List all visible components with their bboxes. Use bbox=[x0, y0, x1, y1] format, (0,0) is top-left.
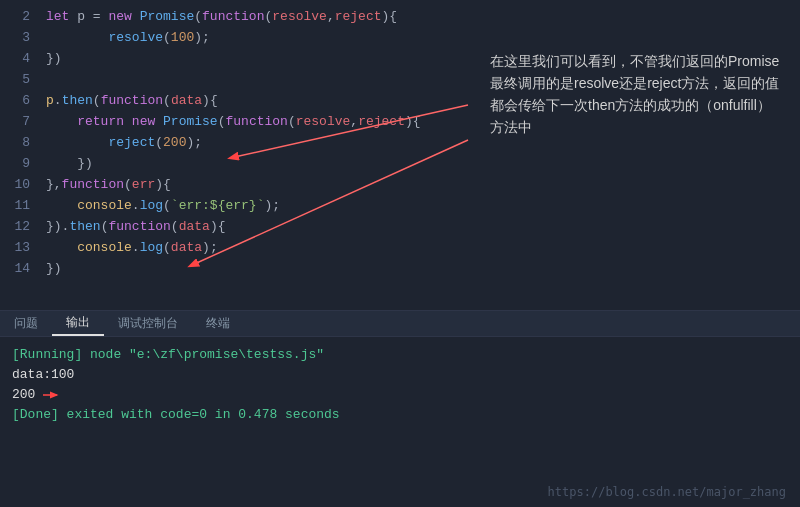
code-line: },function(err){ bbox=[38, 174, 800, 195]
code-line: }).then(function(data){ bbox=[38, 216, 800, 237]
code-line: console.log(`err:${err}`); bbox=[38, 195, 800, 216]
annotation-text: 在这里我们可以看到，不管我们返回的Promise最终调用的是resolve还是r… bbox=[490, 53, 779, 135]
editor-area: 2 3 4 5 6 7 8 9 10 11 12 13 14 let p = n… bbox=[0, 0, 800, 310]
code-line: let p = new Promise(function(resolve,rej… bbox=[38, 6, 800, 27]
terminal-line-2: data:100 bbox=[12, 365, 788, 385]
tab-output[interactable]: 输出 bbox=[52, 311, 104, 336]
red-arrow-icon bbox=[43, 390, 61, 400]
tab-terminal[interactable]: 终端 bbox=[192, 311, 244, 336]
annotation-box: 在这里我们可以看到，不管我们返回的Promise最终调用的是resolve还是r… bbox=[490, 50, 780, 138]
terminal-line-5: [Done] exited with code=0 in 0.478 secon… bbox=[12, 405, 788, 425]
watermark: https://blog.csdn.net/major_zhang bbox=[548, 485, 786, 499]
terminal-body: [Running] node "e:\zf\promise\testss.js"… bbox=[0, 337, 800, 507]
terminal-line-3: 200 bbox=[12, 385, 788, 405]
tab-problems[interactable]: 问题 bbox=[0, 311, 52, 336]
code-line: resolve(100); bbox=[38, 27, 800, 48]
tab-debug[interactable]: 调试控制台 bbox=[104, 311, 192, 336]
terminal-panel: 问题 输出 调试控制台 终端 [Running] node "e:\zf\pro… bbox=[0, 310, 800, 507]
code-line: }) bbox=[38, 153, 800, 174]
code-line: }) bbox=[38, 258, 800, 279]
line-numbers: 2 3 4 5 6 7 8 9 10 11 12 13 14 bbox=[0, 0, 38, 310]
terminal-tabs: 问题 输出 调试控制台 终端 bbox=[0, 311, 800, 337]
code-line: console.log(data); bbox=[38, 237, 800, 258]
code-content: let p = new Promise(function(resolve,rej… bbox=[38, 0, 800, 310]
terminal-line-1: [Running] node "e:\zf\promise\testss.js" bbox=[12, 345, 788, 365]
